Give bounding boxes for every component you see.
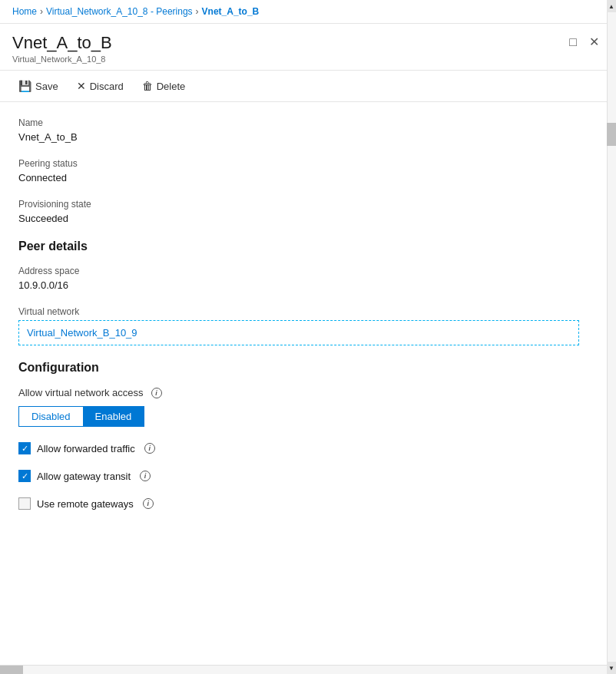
allow-gateway-row: ✓ Allow gateway transit i (18, 470, 598, 482)
allow-gateway-checkmark: ✓ (22, 472, 28, 481)
allow-vnet-access-group: Allow virtual network access i Disabled … (18, 387, 598, 427)
allow-forwarded-info-icon[interactable]: i (144, 443, 155, 454)
scrollbar-thumb[interactable] (607, 123, 616, 146)
breadcrumb-current: Vnet_A_to_B (202, 6, 260, 17)
provisioning-state-group: Provisioning state Succeeded (18, 199, 598, 224)
breadcrumb-sep-2: › (196, 6, 199, 17)
scrollbar-arrow-top[interactable]: ▲ (607, 0, 616, 12)
breadcrumb-home[interactable]: Home (12, 6, 37, 17)
peer-details-heading: Peer details (18, 240, 598, 253)
name-label: Name (18, 117, 598, 128)
allow-forwarded-checkbox[interactable]: ✓ (18, 442, 31, 454)
virtual-network-input[interactable]: Virtual_Network_B_10_9 (18, 320, 579, 345)
save-icon: 💾 (18, 80, 31, 92)
allow-forwarded-label: Allow forwarded traffic (37, 443, 135, 454)
provisioning-state-label: Provisioning state (18, 199, 598, 210)
delete-icon: 🗑 (142, 80, 153, 92)
use-remote-info-icon[interactable]: i (143, 498, 154, 509)
enabled-toggle-btn[interactable]: Enabled (83, 407, 144, 426)
close-button[interactable]: ✕ (585, 33, 604, 51)
use-remote-row: Use remote gateways i (18, 497, 598, 510)
window-restore-button[interactable]: □ (565, 33, 581, 51)
h-scrollbar-thumb[interactable] (0, 666, 23, 674)
virtual-network-label: Virtual network (18, 306, 598, 317)
peering-status-label: Peering status (18, 158, 598, 169)
use-remote-checkbox[interactable] (18, 497, 31, 510)
allow-gateway-info-icon[interactable]: i (140, 471, 151, 481)
allow-gateway-label: Allow gateway transit (37, 471, 131, 482)
peering-status-group: Peering status Connected (18, 158, 598, 183)
use-remote-label: Use remote gateways (37, 498, 134, 510)
address-space-group: Address space 10.9.0.0/16 (18, 266, 598, 291)
peering-status-value: Connected (18, 172, 598, 183)
virtual-network-group: Virtual network Virtual_Network_B_10_9 (18, 306, 598, 345)
allow-forwarded-checkmark: ✓ (22, 444, 28, 453)
header-title-area: Vnet_A_to_B Virtual_Network_A_10_8 (12, 33, 112, 64)
scrollbar-track: ▲ ▼ (607, 0, 616, 674)
allow-gateway-checkbox[interactable]: ✓ (18, 470, 31, 482)
address-space-value: 10.9.0.0/16 (18, 279, 598, 291)
page-subtitle: Virtual_Network_A_10_8 (12, 55, 112, 64)
allow-vnet-access-label: Allow virtual network access (18, 387, 144, 398)
name-group: Name Vnet_A_to_B (18, 117, 598, 143)
page-title: Vnet_A_to_B (12, 33, 112, 53)
allow-vnet-access-label-row: Allow virtual network access i (18, 387, 598, 398)
toolbar: 💾 Save ✕ Discard 🗑 Delete (0, 71, 616, 102)
allow-forwarded-row: ✓ Allow forwarded traffic i (18, 442, 598, 454)
breadcrumb: Home › Virtual_Network_A_10_8 - Peerings… (0, 0, 616, 24)
scrollbar-arrow-bottom[interactable]: ▼ (607, 662, 616, 674)
header-actions: □ ✕ (565, 33, 604, 51)
name-value: Vnet_A_to_B (18, 131, 598, 143)
address-space-label: Address space (18, 266, 598, 276)
discard-icon: ✕ (77, 80, 86, 92)
disabled-toggle-btn[interactable]: Disabled (19, 407, 83, 426)
delete-button[interactable]: 🗑 Delete (136, 77, 192, 95)
allow-vnet-info-icon[interactable]: i (151, 388, 162, 398)
discard-button[interactable]: ✕ Discard (71, 77, 130, 95)
vnet-access-toggle: Disabled Enabled (18, 406, 144, 427)
provisioning-state-value: Succeeded (18, 213, 598, 224)
save-button[interactable]: 💾 Save (12, 77, 65, 95)
h-scrollbar-track (0, 665, 607, 674)
configuration-heading: Configuration (18, 361, 598, 375)
main-content: Name Vnet_A_to_B Peering status Connecte… (0, 102, 616, 655)
breadcrumb-sep-1: › (40, 6, 43, 17)
breadcrumb-vnet[interactable]: Virtual_Network_A_10_8 - Peerings (46, 6, 193, 17)
header: Vnet_A_to_B Virtual_Network_A_10_8 □ ✕ (0, 24, 616, 71)
